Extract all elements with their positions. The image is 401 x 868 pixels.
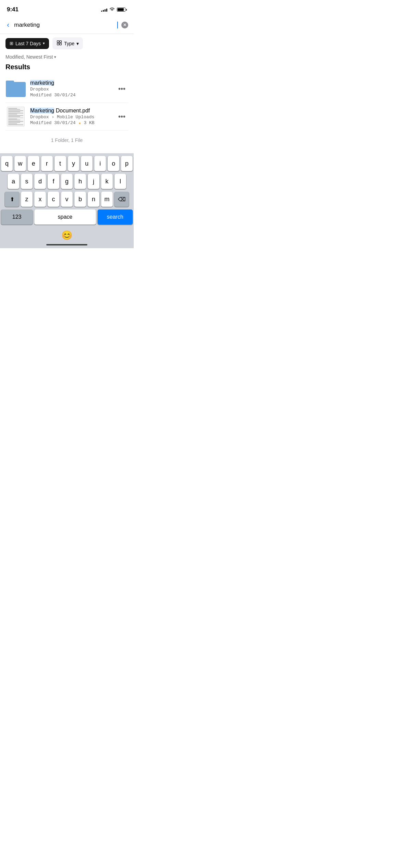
key-v[interactable]: v: [61, 192, 73, 207]
key-c[interactable]: c: [48, 192, 59, 207]
search-input-wrapper: marketing: [14, 22, 118, 28]
folder-icon: [5, 79, 26, 99]
result-size: 3 KB: [84, 120, 94, 125]
sort-chevron: ▾: [54, 55, 56, 59]
star-icon: ★: [78, 120, 81, 126]
cursor: [117, 22, 118, 28]
svg-rect-1: [60, 41, 62, 43]
key-o[interactable]: o: [108, 156, 119, 171]
result-more-button-folder[interactable]: •••: [116, 84, 128, 94]
type-filter-chevron: ▾: [76, 41, 79, 46]
shift-key[interactable]: ⬆: [5, 192, 19, 207]
shift-icon: ⬆: [10, 196, 14, 203]
key-x[interactable]: x: [34, 192, 46, 207]
keyboard: q w e r t y u i o p a s d f g h j k l ⬆ …: [0, 153, 134, 248]
results-section: Results marketing Dropbox Modified 30/01…: [0, 63, 134, 153]
result-name-highlight-pdf: Marketing: [30, 108, 54, 113]
result-name-highlight: marketing: [30, 80, 54, 86]
key-r[interactable]: r: [41, 156, 53, 171]
key-t[interactable]: t: [54, 156, 66, 171]
key-h[interactable]: h: [74, 174, 86, 189]
key-p[interactable]: p: [121, 156, 133, 171]
calendar-icon: ⊞: [10, 41, 13, 46]
clear-button[interactable]: ✕: [121, 22, 128, 28]
result-meta-folder: Modified 30/01/24: [30, 93, 111, 98]
battery-icon: [117, 8, 127, 12]
key-n[interactable]: n: [88, 192, 99, 207]
key-g[interactable]: g: [61, 174, 73, 189]
home-bar: [46, 244, 87, 245]
result-path-pdf: Dropbox › Mobile Uploads: [30, 114, 111, 120]
result-path-folder: Dropbox: [30, 87, 111, 92]
wifi-icon: [109, 7, 115, 12]
key-u[interactable]: u: [81, 156, 93, 171]
sort-row[interactable]: Modified, Newest First ▾: [0, 53, 134, 63]
keyboard-row-4: 123 space search: [0, 209, 134, 227]
result-more-button-pdf[interactable]: •••: [116, 111, 128, 122]
key-l[interactable]: l: [114, 174, 126, 189]
search-key[interactable]: search: [98, 209, 133, 225]
keyboard-row-3: ⬆ z x c v b n m ⌫: [0, 192, 134, 207]
back-button[interactable]: ‹: [5, 19, 11, 31]
pdf-icon: [5, 106, 26, 127]
key-y[interactable]: y: [68, 156, 80, 171]
type-filter-label: Type: [64, 41, 74, 46]
result-name-pdf: Marketing Document.pdf: [30, 108, 111, 114]
svg-rect-3: [60, 43, 62, 45]
key-j[interactable]: j: [88, 174, 99, 189]
key-m[interactable]: m: [101, 192, 113, 207]
status-time: 9:41: [7, 6, 19, 13]
sort-label: Modified, Newest First: [5, 54, 53, 60]
key-a[interactable]: a: [8, 174, 19, 189]
home-indicator: [0, 242, 134, 248]
type-filter-button[interactable]: Type ▾: [52, 37, 83, 49]
key-k[interactable]: k: [101, 174, 113, 189]
key-b[interactable]: b: [74, 192, 86, 207]
key-s[interactable]: s: [21, 174, 33, 189]
type-filter-icon: [57, 40, 62, 47]
key-w[interactable]: w: [14, 156, 26, 171]
result-info-folder: marketing Dropbox Modified 30/01/24: [30, 80, 111, 98]
status-bar: 9:41: [0, 0, 134, 16]
keyboard-row-1: q w e r t y u i o p: [0, 156, 134, 171]
svg-rect-2: [57, 43, 59, 45]
search-input[interactable]: marketing: [14, 22, 117, 28]
signal-icon: [101, 8, 107, 12]
search-bar: ‹ marketing ✕: [0, 16, 134, 34]
num-key[interactable]: 123: [1, 209, 33, 225]
date-filter-label: Last 7 Days: [15, 41, 41, 46]
key-e[interactable]: e: [28, 156, 39, 171]
result-meta-pdf: Modified 30/01/24 ★ 3 KB: [30, 120, 111, 126]
emoji-row: 😊: [0, 227, 134, 242]
key-q[interactable]: q: [1, 156, 13, 171]
date-filter-chevron: ▾: [43, 41, 45, 46]
table-row[interactable]: Marketing Document.pdf Dropbox › Mobile …: [5, 103, 128, 131]
delete-key[interactable]: ⌫: [114, 192, 129, 207]
keyboard-row-2: a s d f g h j k l: [0, 174, 134, 189]
key-d[interactable]: d: [34, 174, 46, 189]
key-f[interactable]: f: [48, 174, 59, 189]
svg-rect-0: [57, 41, 59, 43]
filter-row: ⊞ Last 7 Days ▾ Type ▾: [0, 34, 134, 53]
results-summary: 1 Folder, 1 File: [5, 131, 128, 153]
table-row[interactable]: marketing Dropbox Modified 30/01/24 •••: [5, 75, 128, 103]
result-info-pdf: Marketing Document.pdf Dropbox › Mobile …: [30, 108, 111, 126]
key-i[interactable]: i: [94, 156, 106, 171]
date-filter-button[interactable]: ⊞ Last 7 Days ▾: [5, 38, 49, 49]
delete-icon: ⌫: [118, 196, 126, 203]
space-key[interactable]: space: [34, 209, 96, 225]
emoji-button[interactable]: 😊: [61, 230, 72, 241]
key-z[interactable]: z: [21, 192, 33, 207]
results-title: Results: [5, 63, 128, 71]
status-icons: [101, 7, 127, 12]
result-name-folder: marketing: [30, 80, 111, 86]
